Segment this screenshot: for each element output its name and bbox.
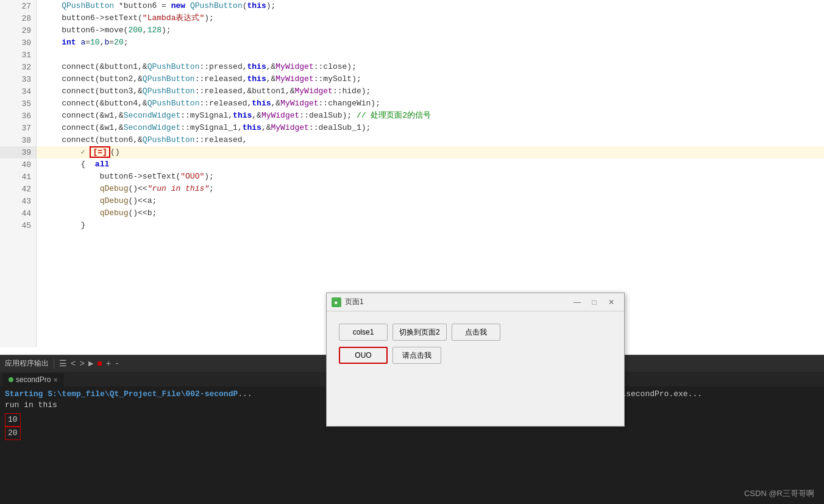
line-num-44: 44 [0, 207, 36, 219]
line-num-33: 33 [0, 73, 36, 85]
toolbar-icon-add[interactable]: + [106, 359, 111, 369]
code-line-27: QPushButton *button6 = new QPushButton(t… [37, 0, 824, 12]
code-line-31 [37, 49, 824, 61]
code-line-33: connect(button2,&QPushButton::released,t… [37, 73, 824, 85]
code-line-34: connect(button3,&QPushButton::released,&… [37, 85, 824, 98]
starting-text: Starting S:\temp_file\Qt_Project_File\00… [5, 389, 238, 399]
line-num-30: 30 [0, 37, 36, 49]
output-toolbar-label: 应用程序输出 [5, 358, 49, 369]
minimize-button[interactable]: — [569, 296, 585, 308]
csdn-watermark: CSDN @R三哥哥啊 [744, 488, 814, 499]
line-num-32: 32 [0, 61, 36, 73]
toolbar-icon-1[interactable]: ☰ [59, 358, 67, 369]
code-line-37: connect(&w1,&SecondWidget::mySignal_1,th… [37, 122, 824, 134]
line-num-41: 41 [0, 171, 36, 183]
qt-dialog-window: ■ 页面1 — □ ✕ colse1 切换到页面2 点击我 OUO 请点击我 [326, 293, 625, 427]
maximize-button[interactable]: □ [586, 296, 602, 308]
code-line-39: ✓ [=]() [37, 146, 824, 158]
code-line-41: button6->setText("OUO"); [37, 171, 824, 183]
code-line-32: connect(&button1,&QPushButton::pressed,t… [37, 61, 824, 73]
output-value-10: 10 [5, 413, 21, 427]
toolbar-separator [54, 359, 54, 369]
line-num-37: 37 [0, 122, 36, 134]
toolbar-icon-prev[interactable]: < [71, 359, 76, 369]
line-num-36: 36 [0, 110, 36, 122]
line-num-40: 40 [0, 158, 36, 171]
code-line-30: int a=10,b=20; [37, 37, 824, 49]
svg-text:■: ■ [335, 300, 338, 305]
qt-window-controls: — □ ✕ [569, 296, 619, 308]
qt-window-icon: ■ [332, 297, 341, 307]
line-num-27: 27 [0, 0, 36, 12]
output-value-20: 20 [5, 427, 21, 440]
close-button[interactable]: ✕ [603, 296, 619, 308]
code-line-44: qDebug()<<b; [37, 207, 824, 219]
line-num-45: 45 [0, 219, 36, 232]
click-me-button[interactable]: 点击我 [452, 324, 500, 341]
line-num-31: 31 [0, 49, 36, 61]
code-line-38: connect(button6,&QPushButton::released, [37, 134, 824, 146]
code-line-45: } [37, 219, 824, 232]
ouo-button[interactable]: OUO [339, 347, 388, 364]
code-line-35: connect(&button4,&QPushButton::released,… [37, 98, 824, 110]
toolbar-icon-minus[interactable]: - [115, 359, 119, 369]
code-line-40: { all [37, 158, 824, 171]
run-in-this-text: run in this [5, 400, 57, 410]
output-box-row2: 20 [5, 427, 819, 440]
tab-close-icon[interactable]: ✕ [53, 377, 58, 383]
line-num-34: 34 [0, 85, 36, 98]
line-num-29: 29 [0, 24, 36, 37]
qt-window-content: colse1 切换到页面2 点击我 OUO 请点击我 [327, 311, 624, 376]
qt-button-row-2: OUO 请点击我 [339, 347, 441, 364]
line-num-39: 39 [0, 146, 36, 158]
code-line-29: button6->move(200,128); [37, 24, 824, 37]
qt-button-row-1: colse1 切换到页面2 点击我 [339, 324, 500, 341]
code-line-36: connect(&w1,&SecondWidget::mySignal,this… [37, 110, 824, 122]
tab-status-dot [9, 377, 13, 382]
starting-suffix: ...-t-Debug\debug\secondPro.exe... [238, 389, 252, 399]
line-num-38: 38 [0, 134, 36, 146]
line-numbers-panel: 27 28 29 30 31 32 33 34 35 36 37 38 39 4… [0, 0, 37, 347]
colse-button[interactable]: colse1 [339, 324, 388, 341]
line-num-42: 42 [0, 183, 36, 195]
tab-label: secondPro [16, 375, 51, 384]
code-line-43: qDebug()<<a; [37, 195, 824, 207]
line-num-28: 28 [0, 12, 36, 24]
tab-secondpro[interactable]: secondPro ✕ [2, 373, 64, 386]
line-num-35: 35 [0, 98, 36, 110]
line-num-43: 43 [0, 195, 36, 207]
qt-titlebar[interactable]: ■ 页面1 — □ ✕ [327, 293, 624, 311]
please-click-button[interactable]: 请点击我 [392, 347, 441, 364]
toolbar-icon-stop[interactable]: ■ [97, 359, 102, 369]
toolbar-icon-next[interactable]: > [79, 359, 84, 369]
switch-page-button[interactable]: 切换到页面2 [392, 324, 447, 341]
code-line-42: qDebug()<<"run in this"; [37, 183, 824, 195]
code-line-28: button6->setText("Lambda表达式"); [37, 12, 824, 24]
toolbar-icon-play[interactable]: ► [88, 359, 93, 369]
qt-window-title: 页面1 [345, 297, 569, 307]
